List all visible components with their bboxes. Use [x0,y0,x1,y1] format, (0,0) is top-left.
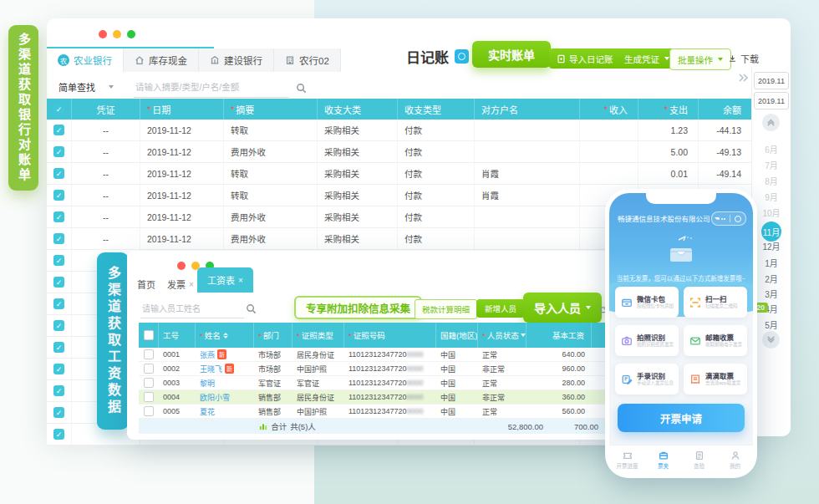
sort-icon[interactable] [223,333,228,339]
row-checkbox-cell: ✓ [47,337,72,358]
row-checkbox[interactable]: ✓ [53,277,64,288]
row-checkbox[interactable]: ✓ [53,407,64,418]
row-checkbox[interactable]: ✓ [53,211,64,222]
row-checkbox[interactable]: ✓ [53,146,64,157]
salary-tab-2[interactable]: 发票× [167,277,194,291]
month-item-8月[interactable]: 8月 [752,175,791,187]
employee-name-link[interactable]: 夏花 [200,406,215,417]
row-checkbox[interactable]: ✓ [53,255,64,266]
user-icon [730,451,740,461]
cert-number-visible: 11012312347720 [348,379,406,387]
import-journal-button[interactable]: 导入日记账 [549,48,621,69]
month-item-3月[interactable]: 3月 [752,288,791,300]
close-icon[interactable]: × [189,280,194,289]
close-icon[interactable]: × [238,276,243,285]
invoice-card-mail[interactable]: 邮箱收票收取邮箱电子发票 [684,325,747,356]
invoice-card-scan[interactable]: 扫一扫扫描发票二维码 [684,287,747,318]
required-asterisk: * [604,104,608,115]
row-checkbox[interactable]: ✓ [53,364,64,374]
month-item-6月[interactable]: 6月 [752,143,791,155]
batch-operations-button[interactable]: 批量操作 [669,48,731,70]
select-all-checkbox[interactable]: ✓ [53,104,64,115]
realtime-bill-button[interactable]: 实时账单 [472,41,551,68]
employee-name-link[interactable]: 张燕 [200,349,215,360]
bank-tab-1[interactable]: 农农业银行 [47,48,124,72]
row-checkbox[interactable]: ✓ [53,385,64,396]
cert-number-visible: 11012312347720 [348,350,406,359]
add-employee-button[interactable]: 新增人员 [476,299,525,318]
row-checkbox[interactable] [144,392,154,402]
month-item-11月[interactable]: 11月 [752,221,791,242]
nav-item-doc[interactable]: 查验 [681,445,717,474]
invoice-card-camera[interactable]: 拍照识别拍照识别纸质发票 [615,325,679,356]
months-scroll-down[interactable] [762,331,780,349]
search-icon[interactable] [296,82,307,93]
row-checkbox[interactable] [144,378,154,388]
nav-item-case[interactable]: 票夹 [645,445,681,474]
month-item-5月[interactable]: 5月 [752,318,791,331]
months-scroll-up[interactable] [762,114,780,131]
period-to-input[interactable] [754,92,789,109]
row-checkbox[interactable]: ✓ [53,190,64,201]
cert-number-masked: 0000 [406,407,423,415]
status-cell: 非正常 [478,362,526,375]
tax-detail-button[interactable]: 税款计算明细 [415,299,477,319]
employee-name-link[interactable]: 王晓飞 [200,364,222,374]
bank-tab-2[interactable]: 库存现金 [124,48,199,72]
salary-tab-3[interactable]: 工资表× [197,267,253,293]
nav-item-user[interactable]: 我的 [717,445,753,474]
row-checkbox[interactable]: ✓ [53,298,64,309]
invoice-card-receipt[interactable]: 滴滴取票去滴滴app取发票 [684,364,747,395]
download-button[interactable]: 下载 [725,48,762,69]
journal-cell: 费用外收 [224,228,318,249]
employee-name-link[interactable]: 黎明 [200,378,215,389]
salary-table-row: 0003黎明军官证军官证110123123477200000中国正常280.00… [139,376,670,390]
search-mode-select[interactable]: 简单查找 [58,80,114,94]
journal-col-header: 对方户名 [475,99,580,120]
card-subtitle: 扫描发票二维码 [705,303,738,308]
salary-tab-1[interactable]: 首页 [137,277,155,291]
month-item-9月[interactable]: 9月 [752,191,791,203]
row-checkbox[interactable] [144,364,154,374]
tax-detail-label: 税款计算明细 [422,303,470,315]
journal-table-row: ✓--2019-11-12转取采购相关付款肖霞0.01-49.14 [47,163,752,185]
month-item-10月[interactable]: 10月 [752,206,791,219]
company-selector[interactable]: 畅捷通信息技术股份有限公司 [618,213,720,223]
miniprogram-capsule[interactable] [711,211,746,226]
month-item-2月[interactable]: 2月 [752,272,791,285]
journal-cell [580,163,638,184]
period-from-input[interactable] [754,72,789,89]
row-checkbox[interactable]: ✓ [53,125,64,135]
employee-search-input[interactable] [140,299,244,318]
month-item-12月[interactable]: 12月 [752,240,791,252]
row-checkbox[interactable] [144,349,154,359]
bank-tab-3[interactable]: 建设银行 [199,48,274,72]
generate-voucher-button[interactable]: 生成凭证 [617,48,677,69]
invoice-request-button[interactable]: 开票申请 [618,404,745,432]
journal-cell: 2019-11-12 [140,228,224,249]
invoice-card-pen[interactable]: 手录识别手动录入发票信息 [615,364,679,395]
journal-col-label: 收支类型 [404,103,441,116]
window-controls[interactable] [99,30,135,38]
base-salary-cell: 640.00 [526,348,592,361]
row-checkbox[interactable]: ✓ [53,320,64,331]
invoice-card-wallet[interactable]: 微信卡包授权微信卡包添加 [615,287,679,318]
nav-item-ticket[interactable]: 开票进度 [609,445,645,474]
month-item-7月[interactable]: 7月 [752,159,791,171]
month-item-1月[interactable]: 1月 [752,257,791,269]
employee-name-cell: 张燕新 [196,348,254,361]
import-employees-button[interactable]: 导入人员 [523,293,602,323]
employee-name-link[interactable]: 欧阳小雪 [200,392,230,403]
select-all-checkbox[interactable] [144,330,154,340]
collapse-panel-icon[interactable] [737,72,749,84]
row-checkbox[interactable]: ✓ [53,429,64,440]
row-checkbox[interactable]: ✓ [53,342,64,353]
search-icon[interactable] [246,303,257,313]
bank-tab-4[interactable]: 农行02 [274,48,341,72]
row-checkbox[interactable] [144,406,154,416]
row-checkbox[interactable]: ✓ [53,168,64,179]
journal-search-input[interactable] [134,77,289,98]
row-checkbox[interactable]: ✓ [53,233,64,244]
salary-tab-label: 首页 [137,277,155,291]
base-salary-cell: 360.00 [526,390,592,404]
